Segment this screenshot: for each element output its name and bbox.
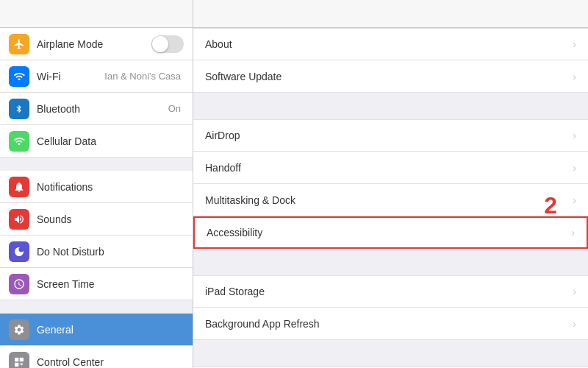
sidebar-item-screen-time[interactable]: Screen Time (0, 268, 193, 300)
settings-group-0: About›Software Update› (193, 28, 588, 93)
ipad-storage-chevron-icon: › (573, 286, 576, 297)
general-title (193, 0, 588, 27)
right-panel: About›Software Update›AirDrop›Handoff›Mu… (193, 28, 588, 368)
background-refresh-chevron-icon: › (573, 318, 576, 330)
sidebar-item-control-center[interactable]: Control Center (0, 346, 193, 368)
group-spacer (193, 106, 588, 119)
handoff-chevron-icon: › (573, 162, 576, 174)
settings-title (0, 0, 193, 27)
general-label: General (37, 324, 184, 336)
settings-group-2: iPad Storage›Background App Refresh› (193, 275, 588, 340)
wifi-label: Wi-Fi (37, 71, 104, 82)
settings-row-background-refresh[interactable]: Background App Refresh› (193, 308, 588, 340)
airplane-mode-toggle-knob (152, 36, 168, 52)
settings-group-1: AirDrop›Handoff›Multitasking & Dock›Acce… (193, 119, 588, 249)
sidebar-item-airplane-mode[interactable]: Airplane Mode (0, 28, 193, 60)
sidebar-item-notifications[interactable]: Notifications (0, 171, 193, 203)
notifications-label: Notifications (37, 181, 184, 193)
airdrop-label: AirDrop (205, 130, 573, 141)
group-spacer (193, 262, 588, 275)
sidebar-item-sounds[interactable]: Sounds (0, 203, 193, 236)
airplane-mode-icon (9, 34, 29, 54)
header (0, 0, 588, 28)
sidebar-item-bluetooth[interactable]: BluetoothOn (0, 93, 193, 125)
airplane-mode-label: Airplane Mode (37, 38, 151, 50)
accessibility-label: Accessibility (207, 227, 571, 238)
multitasking-label: Multitasking & Dock (205, 194, 573, 206)
cellular-icon (9, 131, 29, 152)
wifi-value: Ian & Noni's Casa (104, 71, 181, 82)
do-not-disturb-label: Do Not Disturb (37, 246, 184, 258)
sidebar-item-cellular[interactable]: Cellular Data (0, 125, 193, 158)
settings-row-software-update[interactable]: Software Update› (193, 60, 588, 93)
accessibility-chevron-icon: › (571, 227, 575, 238)
settings-row-accessibility[interactable]: Accessibility›2 (193, 216, 588, 249)
multitasking-chevron-icon: › (573, 194, 576, 206)
sidebar-separator (0, 300, 193, 314)
bluetooth-icon (9, 99, 29, 119)
airplane-mode-toggle[interactable] (151, 35, 184, 53)
main-content: Airplane ModeWi-FiIan & Noni's CasaBluet… (0, 28, 588, 368)
about-chevron-icon: › (573, 38, 576, 50)
settings-row-multitasking[interactable]: Multitasking & Dock› (193, 184, 588, 216)
screen-time-icon (9, 274, 29, 294)
settings-row-handoff[interactable]: Handoff› (193, 152, 588, 184)
sidebar-separator (0, 158, 193, 171)
cellular-label: Cellular Data (37, 135, 184, 147)
sounds-icon (9, 209, 29, 230)
airdrop-chevron-icon: › (573, 130, 576, 141)
control-center-icon (9, 352, 29, 369)
screen-time-label: Screen Time (37, 278, 184, 290)
settings-row-airdrop[interactable]: AirDrop› (193, 119, 588, 152)
group-spacer (193, 353, 588, 367)
general-icon (9, 319, 29, 340)
background-refresh-label: Background App Refresh (205, 318, 573, 330)
handoff-label: Handoff (205, 162, 573, 174)
settings-row-about[interactable]: About› (193, 28, 588, 60)
notifications-icon (9, 177, 29, 197)
about-label: About (205, 38, 573, 50)
sidebar-item-do-not-disturb[interactable]: Do Not Disturb (0, 236, 193, 268)
ipad-storage-label: iPad Storage (205, 286, 573, 297)
bluetooth-value: On (168, 103, 181, 114)
do-not-disturb-icon (9, 241, 29, 262)
sidebar-item-general[interactable]: General1 (0, 314, 193, 346)
sidebar: Airplane ModeWi-FiIan & Noni's CasaBluet… (0, 28, 193, 368)
software-update-chevron-icon: › (573, 71, 576, 82)
software-update-label: Software Update (205, 71, 573, 82)
control-center-label: Control Center (37, 356, 184, 368)
settings-row-ipad-storage[interactable]: iPad Storage› (193, 275, 588, 308)
wifi-icon (9, 66, 29, 87)
sounds-label: Sounds (37, 213, 184, 225)
sidebar-item-wifi[interactable]: Wi-FiIan & Noni's Casa (0, 60, 193, 93)
bluetooth-label: Bluetooth (37, 103, 168, 115)
